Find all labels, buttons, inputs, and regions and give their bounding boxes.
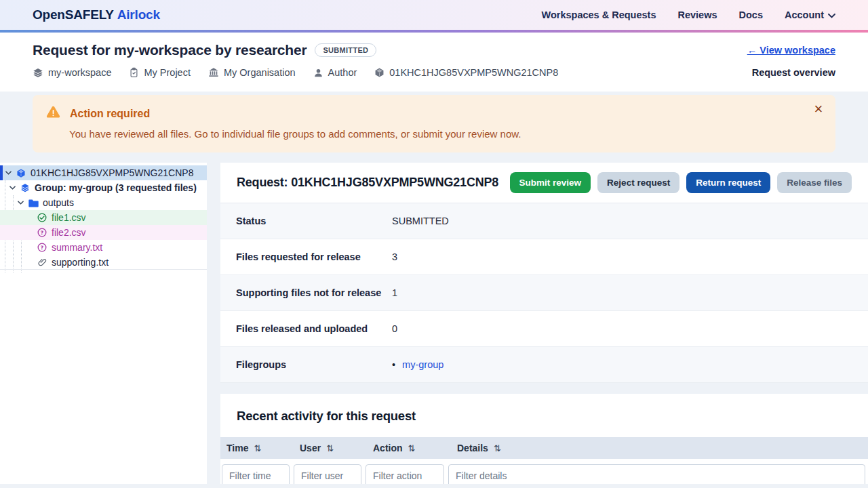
sort-icon[interactable]: ⇅: [254, 443, 261, 453]
meta-project-label: My Project: [144, 67, 191, 78]
tree-item-file1[interactable]: file1.csv: [0, 210, 207, 225]
chevron-down-icon[interactable]: [18, 201, 24, 205]
detail-label: Files requested for release: [236, 251, 392, 262]
meta-workspace-label: my-workspace: [48, 67, 111, 78]
meta-request-id-label: 01KHC1HJG85VXPMP5WNG21CNP8: [389, 67, 558, 78]
tree-item-label: Group: my-group (3 requested files): [35, 182, 197, 193]
paperclip-icon: [37, 258, 47, 267]
nav-links: Workspaces & Requests Reviews Docs Accou…: [542, 9, 835, 20]
svg-text:?: ?: [41, 230, 43, 236]
meta-workspace: my-workspace: [33, 67, 111, 78]
detail-row-files-released: Files released and uploaded 0: [220, 311, 868, 347]
chevron-down-icon: [828, 9, 835, 20]
tree-item-label: outputs: [43, 197, 74, 208]
filter-time-input[interactable]: [222, 464, 290, 484]
bank-icon: [208, 67, 219, 78]
filter-details-input[interactable]: [448, 464, 865, 484]
meta-organisation-label: My Organisation: [224, 67, 296, 78]
cube-icon: [16, 168, 26, 178]
filter-action-input[interactable]: [366, 464, 444, 484]
request-overview-card: Request: 01KHC1HJG85VXPMP5WNG21CNP8 Subm…: [220, 163, 868, 383]
list-bullet: •: [392, 359, 395, 370]
airlock-app: OpenSAFELYAirlock Workspaces & Requests …: [0, 0, 868, 488]
column-label: Action: [373, 443, 403, 453]
check-circle-icon: [37, 213, 47, 222]
filter-user-input[interactable]: [294, 464, 361, 484]
meta-author: Author: [313, 67, 357, 78]
meta-request-id: 01KHC1HJG85VXPMP5WNG21CNP8: [374, 67, 558, 78]
person-icon: [313, 68, 323, 78]
detail-value: SUBMITTED: [392, 216, 449, 226]
detail-value: 1: [392, 287, 397, 298]
cube-icon: [374, 67, 384, 78]
tree-item-summary[interactable]: ? summary.txt: [0, 240, 207, 255]
tree-item-label: file1.csv: [52, 212, 86, 223]
activity-table-header: Time ⇅ User ⇅ Action ⇅ Details ⇅: [220, 437, 868, 459]
nav-item-reviews[interactable]: Reviews: [677, 9, 717, 20]
release-files-button[interactable]: Release files: [777, 172, 852, 193]
sort-icon[interactable]: ⇅: [408, 443, 416, 453]
detail-row-files-requested: Files requested for release 3: [220, 239, 868, 275]
file-tree-sidebar: 01KHC1HJG85VXPMP5WNG21CNP8 Group: my-gro…: [0, 163, 207, 484]
page-header: Request for my-workspace by researcher S…: [0, 33, 868, 92]
column-label: User: [300, 443, 321, 453]
reject-request-button[interactable]: Reject request: [597, 172, 679, 193]
request-overview-label: Request overview: [752, 67, 835, 78]
detail-row-supporting-files: Supporting files not for release 1: [220, 275, 868, 311]
question-circle-icon: ?: [37, 243, 47, 252]
meta-project: My Project: [129, 67, 191, 78]
breadcrumb: my-workspace My Project My Organisation …: [33, 67, 558, 78]
recent-activity-card: Recent activity for this request Time ⇅ …: [220, 394, 868, 484]
brand-primary: OpenSAFELY: [33, 7, 114, 22]
top-nav: OpenSAFELYAirlock Workspaces & Requests …: [0, 0, 868, 30]
chevron-down-icon[interactable]: [5, 171, 12, 175]
meta-author-label: Author: [328, 67, 357, 78]
nav-item-docs[interactable]: Docs: [739, 9, 763, 20]
column-label: Details: [457, 443, 488, 453]
column-header-time[interactable]: Time ⇅: [220, 443, 294, 453]
tree-item-label: file2.csv: [52, 227, 86, 238]
tree-item-group[interactable]: Group: my-group (3 requested files): [0, 180, 207, 195]
request-actions: Submit review Reject request Return requ…: [510, 172, 852, 193]
tree-item-supporting[interactable]: supporting.txt: [0, 255, 207, 270]
nav-account-menu[interactable]: Account: [785, 9, 835, 20]
tree-item-file2[interactable]: ? file2.csv: [0, 225, 207, 240]
activity-heading: Recent activity for this request: [237, 409, 852, 424]
folder-icon: [28, 199, 39, 207]
tree-item-label: 01KHC1HJG85VXPMP5WNG21CNP8: [31, 167, 193, 178]
tree-item-label: supporting.txt: [52, 257, 108, 268]
status-badge: SUBMITTED: [315, 43, 376, 57]
detail-row-filegroups: Filegroups • my-group: [220, 347, 868, 383]
column-header-details[interactable]: Details ⇅: [451, 443, 868, 453]
brand-logo[interactable]: OpenSAFELYAirlock: [33, 7, 160, 22]
tree-item-request-root[interactable]: 01KHC1HJG85VXPMP5WNG21CNP8: [0, 165, 207, 180]
brand-secondary: Airlock: [117, 7, 160, 22]
layers-icon: [33, 67, 43, 78]
chevron-down-icon[interactable]: [9, 186, 16, 190]
submit-review-button[interactable]: Submit review: [510, 172, 591, 193]
sort-icon[interactable]: ⇅: [326, 443, 334, 453]
return-request-button[interactable]: Return request: [686, 172, 770, 193]
column-header-action[interactable]: Action ⇅: [367, 443, 451, 453]
filegroup-link[interactable]: my-group: [402, 359, 443, 370]
detail-value: 0: [392, 323, 397, 334]
request-heading: Request: 01KHC1HJG85VXPMP5WNG21CNP8: [237, 176, 498, 190]
close-icon[interactable]: ×: [810, 100, 827, 118]
action-required-alert: Action required You have reviewed all fi…: [33, 95, 835, 152]
alert-title: Action required: [70, 108, 150, 120]
column-header-user[interactable]: User ⇅: [294, 443, 367, 453]
page-title: Request for my-workspace by researcher: [33, 42, 307, 58]
detail-label: Status: [236, 216, 392, 226]
tree-item-outputs-folder[interactable]: outputs: [0, 195, 207, 210]
detail-label: Filegroups: [236, 359, 392, 370]
nav-account-label: Account: [785, 9, 824, 20]
meta-organisation: My Organisation: [208, 67, 296, 78]
detail-label: Supporting files not for release: [236, 287, 392, 298]
sort-icon[interactable]: ⇅: [494, 443, 501, 453]
column-label: Time: [226, 443, 248, 453]
view-workspace-link[interactable]: ← View workspace: [747, 45, 835, 56]
clipboard-icon: [129, 67, 139, 78]
nav-item-workspaces[interactable]: Workspaces & Requests: [542, 9, 656, 20]
svg-text:?: ?: [41, 245, 43, 251]
layers-icon: [20, 183, 31, 192]
